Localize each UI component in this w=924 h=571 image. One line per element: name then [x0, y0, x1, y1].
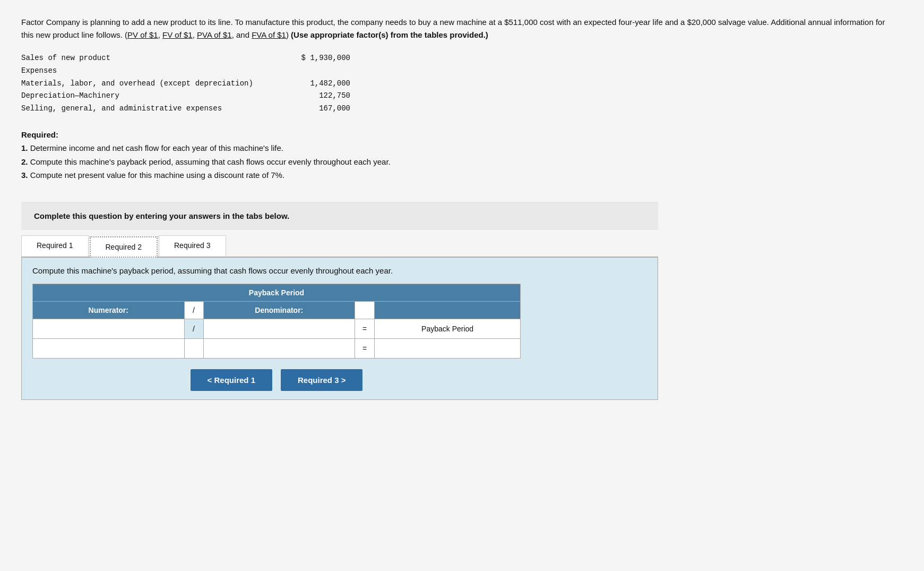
- fv-link[interactable]: FV of $1: [162, 30, 193, 39]
- tab-content-description: Compute this machine's payback period, a…: [32, 266, 647, 275]
- intro-paragraph: Factor Company is planning to add a new …: [21, 16, 897, 41]
- sales-value: $ 1,930,000: [287, 52, 350, 65]
- next-button[interactable]: Required 3 >: [281, 369, 362, 391]
- tab-required2[interactable]: Required 2: [90, 236, 158, 258]
- pva-link[interactable]: PVA of $1: [197, 30, 232, 39]
- financial-data-table: Sales of new product $ 1,930,000 Expense…: [21, 52, 903, 115]
- payback-period-result-header: [375, 301, 521, 319]
- denominator-label: Denominator:: [203, 301, 355, 319]
- table-row-2: =: [33, 338, 521, 358]
- req2-num: 2.: [21, 157, 28, 166]
- complete-instruction-text: Complete this question by entering your …: [34, 211, 289, 220]
- req1-text: Determine income and net cash flow for e…: [30, 143, 283, 152]
- tab-required1[interactable]: Required 1: [21, 235, 89, 257]
- depreciation-value: 122,750: [287, 90, 350, 103]
- expenses-label: Expenses: [21, 65, 287, 78]
- materials-value: 1,482,000: [287, 78, 350, 90]
- result-input[interactable]: [382, 344, 513, 353]
- req3-num: 3.: [21, 171, 28, 180]
- numerator-input2-cell[interactable]: [33, 338, 185, 358]
- numerator-input2[interactable]: [40, 343, 177, 354]
- req2-text: Compute this machine's payback period, a…: [30, 157, 391, 166]
- tabs-container: Required 1 Required 2 Required 3 Compute…: [21, 235, 658, 400]
- payback-period-title: Payback Period: [33, 284, 521, 301]
- fva-link[interactable]: FVA of $1: [252, 30, 286, 39]
- nav-buttons: < Required 1 Required 3 >: [32, 369, 521, 391]
- materials-label: Materials, labor, and overhead (except d…: [21, 78, 287, 90]
- numerator-input-cell[interactable]: [33, 319, 185, 338]
- tab-content-area: Compute this machine's payback period, a…: [21, 258, 658, 400]
- tab-required1-label: Required 1: [37, 241, 73, 250]
- selling-value: 167,000: [287, 103, 350, 115]
- next-button-label: Required 3 >: [298, 376, 346, 385]
- complete-instruction-box: Complete this question by entering your …: [21, 202, 658, 230]
- tab-required3-label: Required 3: [174, 241, 211, 250]
- denominator-input[interactable]: [211, 323, 348, 334]
- depreciation-label: Depreciation—Machinery: [21, 90, 287, 103]
- denominator-input2-cell[interactable]: [203, 338, 355, 358]
- slash-label: /: [184, 301, 203, 319]
- payback-period-label-cell: Payback Period: [375, 319, 521, 338]
- payback-table-wrapper: Payback Period Numerator: / Denominator:: [32, 284, 521, 359]
- prev-button[interactable]: < Required 1: [191, 369, 272, 391]
- pv-link[interactable]: PV of $1: [127, 30, 158, 39]
- result-cell[interactable]: [375, 338, 521, 358]
- prev-button-label: < Required 1: [208, 376, 255, 385]
- denominator-input-cell[interactable]: [203, 319, 355, 338]
- table-row: / = Payback Period: [33, 319, 521, 338]
- equals-cell2: =: [355, 338, 375, 358]
- tab-required3[interactable]: Required 3: [159, 235, 226, 257]
- numerator-input[interactable]: [40, 323, 177, 334]
- equals-header: [355, 301, 375, 319]
- denominator-input2[interactable]: [211, 343, 348, 354]
- required-section: Required: 1. Determine income and net ca…: [21, 128, 903, 182]
- bold-instruction: (Use appropriate factor(s) from the tabl…: [291, 30, 488, 39]
- tabs-row: Required 1 Required 2 Required 3: [21, 235, 658, 258]
- slash-cell: /: [184, 319, 203, 338]
- req1-num: 1.: [21, 143, 28, 152]
- payback-table: Payback Period Numerator: / Denominator:: [32, 284, 521, 359]
- sales-label: Sales of new product: [21, 52, 287, 65]
- equals-cell: =: [355, 319, 375, 338]
- tab-required2-label: Required 2: [106, 243, 142, 251]
- slash-cell2: [184, 338, 203, 358]
- required-heading: Required:: [21, 130, 58, 139]
- selling-label: Selling, general, and administrative exp…: [21, 103, 287, 115]
- numerator-label: Numerator:: [33, 301, 185, 319]
- req3-text: Compute net present value for this machi…: [30, 171, 284, 180]
